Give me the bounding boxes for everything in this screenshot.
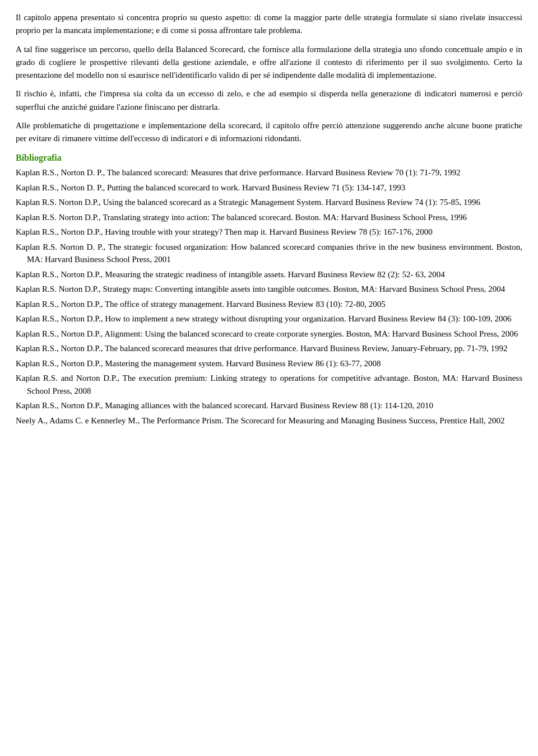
- bibliography-title: Bibliografia: [16, 153, 522, 163]
- bib-entry: Kaplan R.S., Norton D.P., Having trouble…: [16, 226, 522, 239]
- bib-entry: Kaplan R.S., Norton D.P., The balanced s…: [16, 342, 522, 355]
- bib-entry: Kaplan R.S., Norton D.P., Alignment: Usi…: [16, 328, 522, 340]
- balanced-paragraph: A tal fine suggerisce un percorso, quell…: [16, 43, 522, 82]
- bib-entry: Kaplan R.S., Norton D. P., Putting the b…: [16, 181, 522, 194]
- bib-entry: Kaplan R.S., Norton D. P., The balanced …: [16, 166, 522, 179]
- scorecard-paragraph: Alle problematiche di progettazione e im…: [16, 119, 522, 146]
- bib-entry: Neely A., Adams C. e Kennerley M., The P…: [16, 414, 522, 427]
- bib-entry: Kaplan R.S. Norton D.P., Using the balan…: [16, 196, 522, 209]
- bib-entry: Kaplan R.S., Norton D.P., Measuring the …: [16, 268, 522, 281]
- bib-entry: Kaplan R.S., Norton D.P., How to impleme…: [16, 312, 522, 325]
- bib-entry: Kaplan R.S. Norton D. P., The strategic …: [16, 241, 522, 266]
- bib-entry: Kaplan R.S., Norton D.P., Mastering the …: [16, 357, 522, 370]
- bib-entry: Kaplan R.S. Norton D.P., Translating str…: [16, 211, 522, 224]
- bib-entry: Kaplan R.S. Norton D.P., Strategy maps: …: [16, 283, 522, 296]
- bib-entry: Kaplan R.S., Norton D.P., Managing allia…: [16, 399, 522, 412]
- bibliography-list: Kaplan R.S., Norton D. P., The balanced …: [16, 166, 522, 427]
- intro-paragraph: Il capitolo appena presentato si concent…: [16, 11, 522, 38]
- bib-entry: Kaplan R.S., Norton D.P., The office of …: [16, 298, 522, 311]
- bib-entry: Kaplan R.S. and Norton D.P., The executi…: [16, 372, 522, 397]
- risk-paragraph: Il rischio è, infatti, che l'impresa sia…: [16, 87, 522, 114]
